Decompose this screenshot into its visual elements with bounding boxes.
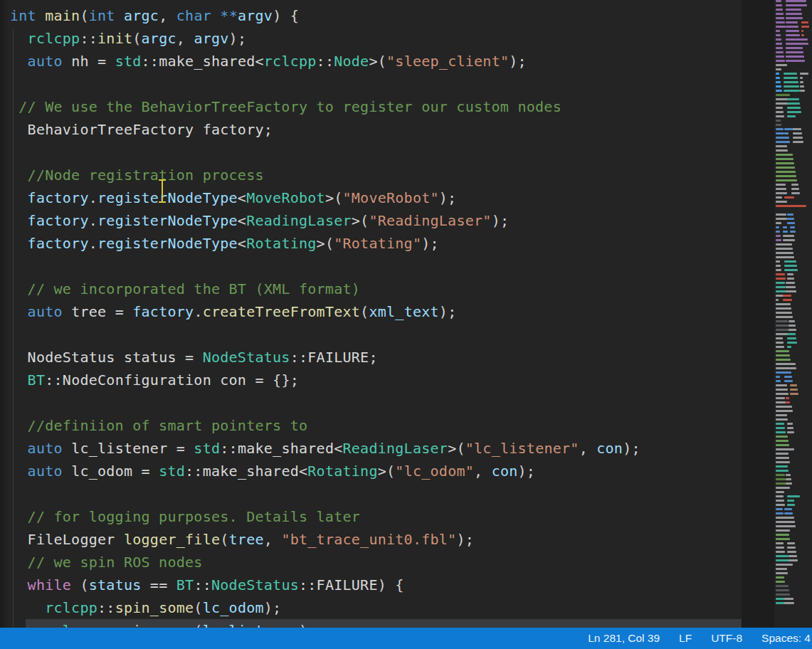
code-token: Rotating (246, 235, 316, 252)
code-line[interactable] (10, 482, 742, 505)
minimap-line (790, 393, 798, 395)
minimap-line (787, 102, 800, 105)
minimap-line (776, 192, 787, 194)
minimap-line (776, 145, 787, 147)
minimap-line (776, 120, 781, 122)
code-token: factory (28, 212, 89, 229)
editor-scrollbar-gutter[interactable] (742, 0, 774, 628)
minimap-line (776, 444, 789, 446)
minimap-line (786, 286, 796, 288)
minimap-line (776, 470, 789, 472)
minimap-line (787, 337, 796, 339)
code-line[interactable]: auto lc_odom = std::make_shared<Rotating… (10, 460, 742, 482)
minimap-line (776, 491, 784, 493)
code-line[interactable]: BehaviorTreeFactory factory; (10, 118, 742, 141)
code-token: factory (28, 235, 89, 252)
minimap-line (776, 401, 786, 403)
minimap-line (776, 478, 786, 480)
code-line[interactable]: // for logging purposes. Details later (10, 505, 742, 528)
code-token: make_shared (159, 53, 255, 70)
minimap-line (776, 581, 785, 583)
status-indentation[interactable]: Spaces: 4 (761, 632, 811, 645)
code-area[interactable]: int main(int argc, char **argv) { rclcpp… (0, 4, 742, 628)
code-token: while (28, 576, 72, 593)
code-line[interactable]: //definiion of smart pointers to (10, 414, 742, 437)
code-line[interactable]: while (status == BT::NodeStatus::FAILURE… (10, 574, 742, 596)
code-token (10, 98, 19, 115)
minimap-line (776, 4, 782, 6)
code-token (10, 576, 28, 593)
code-token: ); (439, 303, 457, 320)
minimap-line (776, 457, 789, 459)
minimap-line (776, 167, 795, 169)
code-line[interactable]: // we spin ROS nodes (10, 551, 742, 574)
code-line[interactable]: factory.registerNodeType<MoveRobot>("Mov… (10, 186, 742, 209)
code-line[interactable]: FileLogger logger_file(tree, "bt_trace_u… (10, 528, 742, 551)
code-line[interactable] (10, 255, 742, 278)
code-line[interactable]: NodeStatus status = NodeStatus::FAILURE; (10, 346, 742, 369)
code-line[interactable]: rclcpp::init(argc, argv); (10, 27, 742, 50)
minimap-line (776, 431, 786, 433)
code-line[interactable]: // We use the BehaviorTreeFactory to reg… (10, 95, 742, 118)
minimap-line (776, 64, 787, 66)
minimap-line (800, 81, 803, 83)
code-token: con (596, 440, 623, 457)
code-line[interactable]: auto lc_listener = std::make_shared<Read… (10, 437, 742, 460)
status-eol[interactable]: LF (679, 632, 692, 645)
code-line[interactable]: auto tree = factory.createTreeFromText(x… (10, 300, 742, 323)
minimap-line (784, 73, 797, 75)
code-line[interactable]: factory.registerNodeType<Rotating>("Rota… (10, 232, 742, 255)
code-line[interactable]: factory.registerNodeType<ReadingLaser>("… (10, 209, 742, 232)
minimap-line (786, 30, 799, 32)
minimap-line (776, 162, 794, 164)
minimap-line (776, 9, 783, 11)
minimap-line (786, 34, 800, 36)
minimap-line (776, 34, 781, 36)
minimap-line (784, 260, 796, 263)
code-line[interactable]: BT::NodeConfiguration con = {}; (10, 369, 742, 391)
code-token: FAILURE (317, 576, 378, 593)
minimap-line (776, 337, 783, 339)
code-token: NodeStatus (203, 349, 290, 366)
code-token: // We use the BehaviorTreeFactory to reg… (19, 98, 561, 115)
minimap-line (789, 559, 798, 561)
minimap-line (776, 218, 787, 220)
minimap-line (776, 265, 781, 267)
code-line-current[interactable]: rclcpp::spin_some(lc_listener); (10, 619, 742, 628)
code-line[interactable]: rclcpp::spin_some(lc_odom); (10, 596, 742, 619)
code-line[interactable]: //Node registration process (10, 164, 742, 186)
code-token: ) { (378, 576, 404, 593)
code-editor-pane[interactable]: int main(int argc, char **argv) { rclcpp… (0, 0, 742, 628)
code-line[interactable] (10, 323, 742, 346)
minimap-line (776, 26, 786, 28)
minimap-line (790, 389, 798, 391)
code-token: ); (518, 463, 536, 480)
code-line[interactable] (10, 141, 742, 164)
status-cursor-position[interactable]: Ln 281, Col 39 (588, 632, 660, 645)
code-token: :: (299, 576, 317, 593)
code-token: // we incorporated the BT (XML format) (28, 280, 360, 297)
code-token: NodeStatus (28, 349, 115, 366)
minimap-line (776, 465, 788, 468)
status-encoding[interactable]: UTF-8 (711, 632, 742, 645)
minimap-line (790, 384, 797, 386)
code-token: :: (80, 30, 97, 47)
code-line[interactable] (10, 391, 742, 414)
code-line[interactable]: int main(int argc, char **argv) { (10, 4, 742, 27)
code-line[interactable] (10, 73, 742, 95)
code-token: :: (97, 622, 115, 628)
code-token: make_shared (238, 440, 334, 457)
code-line[interactable]: // we incorporated the BT (XML format) (10, 278, 742, 300)
code-token: . (89, 212, 97, 229)
minimap-line (776, 226, 779, 228)
minimap-line (787, 542, 795, 544)
code-line[interactable]: auto nh = std::make_shared<rclcpp::Node>… (10, 50, 742, 73)
code-token: < (255, 53, 263, 70)
minimap-line (787, 107, 801, 109)
code-token: == (142, 576, 176, 593)
code-token: < (238, 235, 246, 252)
minimap-line (776, 307, 791, 310)
minimap-line (783, 235, 794, 237)
minimap[interactable] (774, 0, 812, 628)
code-token: "lc_listener" (465, 440, 579, 457)
